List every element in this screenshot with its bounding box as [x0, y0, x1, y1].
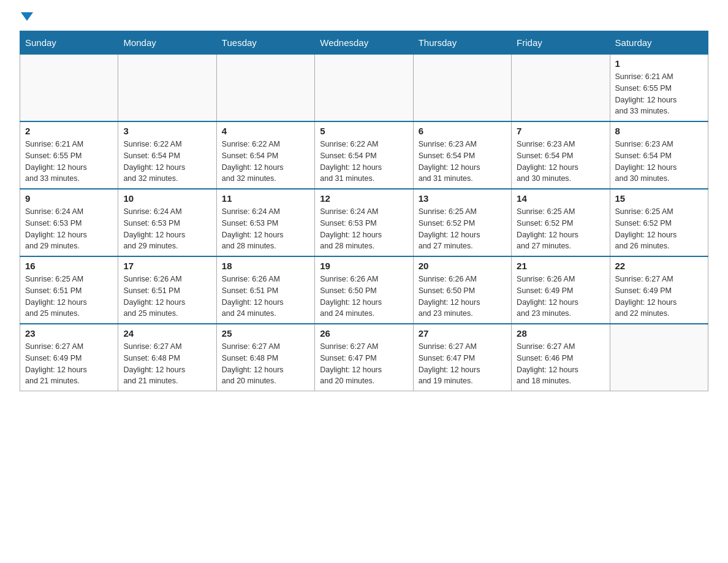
calendar-cell: 22Sunrise: 6:27 AMSunset: 6:49 PMDayligh… [610, 256, 708, 324]
calendar-cell: 4Sunrise: 6:22 AMSunset: 6:54 PMDaylight… [216, 121, 314, 189]
calendar-cell: 2Sunrise: 6:21 AMSunset: 6:55 PMDaylight… [20, 121, 118, 189]
day-info: Sunrise: 6:21 AMSunset: 6:55 PMDaylight:… [615, 71, 703, 117]
day-info: Sunrise: 6:25 AMSunset: 6:51 PMDaylight:… [25, 274, 113, 320]
calendar-cell: 14Sunrise: 6:25 AMSunset: 6:52 PMDayligh… [512, 189, 610, 256]
calendar-cell: 25Sunrise: 6:27 AMSunset: 6:48 PMDayligh… [216, 324, 314, 391]
day-number: 23 [25, 328, 113, 339]
day-header-friday: Friday [512, 31, 610, 55]
calendar-cell [610, 324, 708, 391]
day-info: Sunrise: 6:27 AMSunset: 6:48 PMDaylight:… [222, 341, 309, 387]
calendar-cell: 3Sunrise: 6:22 AMSunset: 6:54 PMDaylight… [118, 121, 216, 189]
day-number: 11 [222, 193, 309, 204]
day-info: Sunrise: 6:26 AMSunset: 6:49 PMDaylight:… [517, 274, 604, 320]
day-info: Sunrise: 6:24 AMSunset: 6:53 PMDaylight:… [222, 206, 309, 252]
day-info: Sunrise: 6:27 AMSunset: 6:49 PMDaylight:… [25, 341, 113, 387]
calendar-cell [216, 55, 314, 122]
day-number: 5 [320, 126, 408, 136]
day-number: 24 [123, 328, 211, 339]
calendar-cell: 11Sunrise: 6:24 AMSunset: 6:53 PMDayligh… [216, 189, 314, 256]
day-info: Sunrise: 6:22 AMSunset: 6:54 PMDaylight:… [320, 139, 408, 185]
calendar-cell: 1Sunrise: 6:21 AMSunset: 6:55 PMDaylight… [610, 55, 708, 122]
calendar-week-row: 16Sunrise: 6:25 AMSunset: 6:51 PMDayligh… [20, 256, 708, 324]
day-info: Sunrise: 6:26 AMSunset: 6:50 PMDaylight:… [419, 274, 506, 320]
day-header-wednesday: Wednesday [315, 31, 413, 55]
day-number: 6 [419, 126, 506, 136]
calendar-cell [413, 55, 511, 122]
day-info: Sunrise: 6:27 AMSunset: 6:47 PMDaylight:… [320, 341, 408, 387]
calendar-cell: 18Sunrise: 6:26 AMSunset: 6:51 PMDayligh… [216, 256, 314, 324]
calendar-cell: 20Sunrise: 6:26 AMSunset: 6:50 PMDayligh… [413, 256, 511, 324]
calendar-cell: 9Sunrise: 6:24 AMSunset: 6:53 PMDaylight… [20, 189, 118, 256]
calendar-cell: 8Sunrise: 6:23 AMSunset: 6:54 PMDaylight… [610, 121, 708, 189]
day-number: 20 [419, 261, 506, 271]
day-number: 15 [615, 193, 703, 204]
day-number: 2 [25, 126, 113, 136]
day-number: 14 [517, 193, 604, 204]
calendar-cell: 26Sunrise: 6:27 AMSunset: 6:47 PMDayligh… [315, 324, 413, 391]
day-info: Sunrise: 6:23 AMSunset: 6:54 PMDaylight:… [419, 139, 506, 185]
day-number: 1 [615, 58, 703, 69]
day-info: Sunrise: 6:25 AMSunset: 6:52 PMDaylight:… [517, 206, 604, 252]
calendar-cell [118, 55, 216, 122]
day-header-monday: Monday [118, 31, 216, 55]
day-info: Sunrise: 6:25 AMSunset: 6:52 PMDaylight:… [419, 206, 506, 252]
page-header [20, 15, 708, 23]
day-info: Sunrise: 6:26 AMSunset: 6:51 PMDaylight:… [123, 274, 211, 320]
day-number: 19 [320, 261, 408, 271]
logo [20, 15, 33, 23]
day-info: Sunrise: 6:21 AMSunset: 6:55 PMDaylight:… [25, 139, 113, 185]
day-number: 7 [517, 126, 604, 136]
day-info: Sunrise: 6:23 AMSunset: 6:54 PMDaylight:… [517, 139, 604, 185]
calendar-cell: 7Sunrise: 6:23 AMSunset: 6:54 PMDaylight… [512, 121, 610, 189]
day-number: 27 [419, 328, 506, 339]
day-number: 12 [320, 193, 408, 204]
day-number: 17 [123, 261, 211, 271]
day-number: 16 [25, 261, 113, 271]
calendar-cell: 19Sunrise: 6:26 AMSunset: 6:50 PMDayligh… [315, 256, 413, 324]
calendar-week-row: 2Sunrise: 6:21 AMSunset: 6:55 PMDaylight… [20, 121, 708, 189]
calendar-cell: 15Sunrise: 6:25 AMSunset: 6:52 PMDayligh… [610, 189, 708, 256]
calendar-cell: 10Sunrise: 6:24 AMSunset: 6:53 PMDayligh… [118, 189, 216, 256]
day-info: Sunrise: 6:22 AMSunset: 6:54 PMDaylight:… [123, 139, 211, 185]
day-number: 8 [615, 126, 703, 136]
calendar-cell: 28Sunrise: 6:27 AMSunset: 6:46 PMDayligh… [512, 324, 610, 391]
calendar-week-row: 1Sunrise: 6:21 AMSunset: 6:55 PMDaylight… [20, 55, 708, 122]
day-info: Sunrise: 6:24 AMSunset: 6:53 PMDaylight:… [25, 206, 113, 252]
day-header-thursday: Thursday [413, 31, 511, 55]
calendar-cell [512, 55, 610, 122]
calendar-cell: 23Sunrise: 6:27 AMSunset: 6:49 PMDayligh… [20, 324, 118, 391]
calendar-table: SundayMondayTuesdayWednesdayThursdayFrid… [20, 31, 708, 391]
calendar-cell: 16Sunrise: 6:25 AMSunset: 6:51 PMDayligh… [20, 256, 118, 324]
day-info: Sunrise: 6:26 AMSunset: 6:50 PMDaylight:… [320, 274, 408, 320]
calendar-week-row: 9Sunrise: 6:24 AMSunset: 6:53 PMDaylight… [20, 189, 708, 256]
day-info: Sunrise: 6:24 AMSunset: 6:53 PMDaylight:… [123, 206, 211, 252]
day-header-tuesday: Tuesday [216, 31, 314, 55]
logo-arrow-icon [21, 12, 33, 21]
calendar-cell [315, 55, 413, 122]
day-info: Sunrise: 6:26 AMSunset: 6:51 PMDaylight:… [222, 274, 309, 320]
calendar-cell: 13Sunrise: 6:25 AMSunset: 6:52 PMDayligh… [413, 189, 511, 256]
day-info: Sunrise: 6:23 AMSunset: 6:54 PMDaylight:… [615, 139, 703, 185]
day-number: 22 [615, 261, 703, 271]
calendar-cell: 21Sunrise: 6:26 AMSunset: 6:49 PMDayligh… [512, 256, 610, 324]
day-header-saturday: Saturday [610, 31, 708, 55]
day-info: Sunrise: 6:27 AMSunset: 6:46 PMDaylight:… [517, 341, 604, 387]
day-number: 18 [222, 261, 309, 271]
day-info: Sunrise: 6:27 AMSunset: 6:48 PMDaylight:… [123, 341, 211, 387]
day-info: Sunrise: 6:25 AMSunset: 6:52 PMDaylight:… [615, 206, 703, 252]
day-header-sunday: Sunday [20, 31, 118, 55]
day-number: 4 [222, 126, 309, 136]
day-number: 25 [222, 328, 309, 339]
calendar-cell: 17Sunrise: 6:26 AMSunset: 6:51 PMDayligh… [118, 256, 216, 324]
day-number: 10 [123, 193, 211, 204]
day-number: 28 [517, 328, 604, 339]
calendar-cell: 24Sunrise: 6:27 AMSunset: 6:48 PMDayligh… [118, 324, 216, 391]
calendar-week-row: 23Sunrise: 6:27 AMSunset: 6:49 PMDayligh… [20, 324, 708, 391]
day-number: 21 [517, 261, 604, 271]
day-info: Sunrise: 6:27 AMSunset: 6:47 PMDaylight:… [419, 341, 506, 387]
day-number: 3 [123, 126, 211, 136]
day-info: Sunrise: 6:24 AMSunset: 6:53 PMDaylight:… [320, 206, 408, 252]
calendar-cell: 12Sunrise: 6:24 AMSunset: 6:53 PMDayligh… [315, 189, 413, 256]
day-info: Sunrise: 6:22 AMSunset: 6:54 PMDaylight:… [222, 139, 309, 185]
calendar-cell [20, 55, 118, 122]
